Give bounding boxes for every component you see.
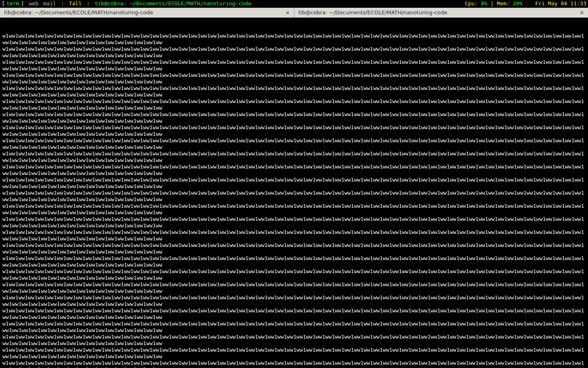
workspace-web[interactable]: web bbox=[29, 0, 38, 7]
bracket-open: [ bbox=[2, 0, 5, 7]
terminal-viewport[interactable]: w1ww1ww1ww1ww1ww1ww1ww1ww1ww1ww1ww1ww1ww… bbox=[0, 18, 588, 368]
terminal-tab-2[interactable]: tib@cobra: ~/Documents/ECOLE/MATH/nanotu… bbox=[294, 8, 588, 18]
close-icon[interactable]: × bbox=[579, 10, 585, 16]
mem-value: 20% bbox=[513, 0, 522, 7]
workspace-mail[interactable]: mail bbox=[43, 0, 56, 7]
mem-label: Mem: bbox=[497, 0, 510, 7]
tab-label: tib@cobra: ~/Documents/ECOLE/MATH/nanotu… bbox=[4, 9, 153, 16]
wm-status-bar: [term] web mail : Tall : tib@cobra: ~/Do… bbox=[0, 0, 588, 7]
cpu-label: Cpu: bbox=[465, 0, 478, 7]
layout-name: Tall bbox=[69, 0, 82, 7]
bracket-close: ] bbox=[21, 0, 24, 7]
window-title: tib@cobra: ~/Documents/ECOLE/MATH/nanotu… bbox=[95, 0, 252, 7]
terminal-tab-1[interactable]: tib@cobra: ~/Documents/ECOLE/MATH/nanotu… bbox=[0, 8, 294, 18]
terminal-tabbar: tib@cobra: ~/Documents/ECOLE/MATH/nanotu… bbox=[0, 7, 588, 18]
status-sep-2: : bbox=[87, 0, 90, 7]
close-icon[interactable]: × bbox=[285, 10, 291, 16]
status-sep-3: | bbox=[490, 0, 494, 7]
workspace-current[interactable]: term bbox=[7, 0, 19, 7]
program-output: w1ww1ww1ww1ww1ww1ww1ww1ww1ww1ww1ww1ww1ww… bbox=[2, 33, 586, 368]
tab-label: tib@cobra: ~/Documents/ECOLE/MATH/nanotu… bbox=[298, 9, 448, 16]
status-sep-1: : bbox=[61, 0, 64, 7]
status-right: Cpu: 8% | Mem: 20% Fri May 04 11:33 bbox=[465, 0, 586, 7]
status-left: [term] web mail : Tall : tib@cobra: ~/Do… bbox=[2, 0, 253, 7]
datetime: Fri May 04 11:33 bbox=[535, 0, 586, 7]
cpu-value: 8% bbox=[481, 0, 488, 7]
